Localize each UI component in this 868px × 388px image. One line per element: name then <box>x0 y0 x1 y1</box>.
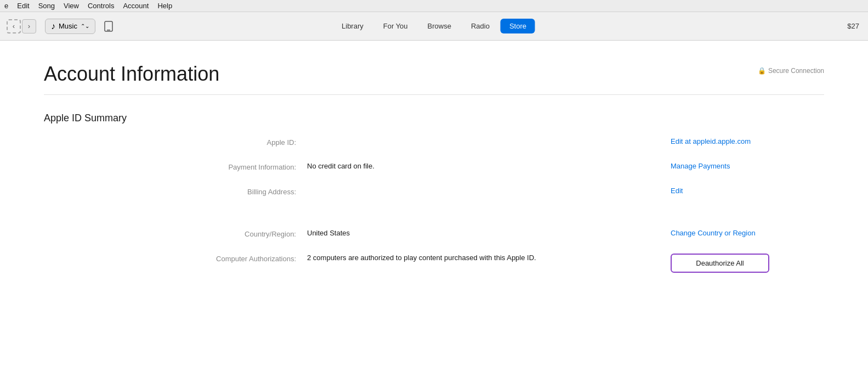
billing-label: Billing Address: <box>44 187 307 196</box>
tab-radio[interactable]: Radio <box>462 19 498 33</box>
country-label: Country/Region: <box>44 229 307 238</box>
country-row: Country/Region: United States Change Cou… <box>44 229 824 238</box>
apple-id-row: Apple ID: Edit at appleid.apple.com <box>44 137 824 147</box>
menu-item-edit[interactable]: Edit <box>17 2 29 10</box>
payment-label: Payment Information: <box>44 162 307 171</box>
main-content: Account Information 🔒 Secure Connection … <box>0 41 868 388</box>
page-header: Account Information 🔒 Secure Connection <box>44 63 824 86</box>
nav-buttons: ‹ › <box>7 19 36 33</box>
music-selector[interactable]: ♪ Music ⌃⌄ <box>45 19 95 34</box>
nav-tabs: Library For You Browse Radio Store <box>333 19 535 33</box>
chevron-icon: ⌃⌄ <box>81 23 89 29</box>
page-title: Account Information <box>44 63 219 86</box>
edit-billing-link[interactable]: Edit <box>671 187 824 195</box>
manage-payments-link[interactable]: Manage Payments <box>671 162 824 170</box>
back-button[interactable]: ‹ <box>7 19 21 33</box>
apple-id-label: Apple ID: <box>44 137 307 147</box>
tab-browse[interactable]: Browse <box>419 19 460 33</box>
menu-item-account[interactable]: Account <box>123 2 149 10</box>
section-title: Apple ID Summary <box>44 113 824 124</box>
device-button[interactable] <box>100 18 117 35</box>
computer-auth-value: 2 computers are authorized to play conte… <box>307 254 614 262</box>
music-note-icon: ♪ <box>51 21 55 31</box>
computer-auth-row: Computer Authorizations: 2 computers are… <box>44 254 824 273</box>
menu-item-song[interactable]: Song <box>38 2 55 10</box>
menu-item-view[interactable]: View <box>64 2 79 10</box>
tab-store[interactable]: Store <box>501 19 535 33</box>
secure-connection: 🔒 Secure Connection <box>758 67 824 75</box>
forward-button[interactable]: › <box>22 19 36 33</box>
lock-icon: 🔒 <box>758 67 766 75</box>
svg-rect-1 <box>107 30 110 31</box>
deauthorize-all-button[interactable]: Deauthorize All <box>671 254 769 273</box>
edit-apple-id-link[interactable]: Edit at appleid.apple.com <box>671 137 824 145</box>
tab-for-you[interactable]: For You <box>375 19 417 33</box>
deauthorize-action: Deauthorize All <box>671 254 824 273</box>
toolbar: ‹ › ♪ Music ⌃⌄ Library For You Browse Ra… <box>0 12 868 41</box>
menu-item-e[interactable]: e <box>4 2 8 10</box>
menu-item-controls[interactable]: Controls <box>88 2 114 10</box>
billing-row: Billing Address: Edit <box>44 187 824 196</box>
header-divider <box>44 94 824 95</box>
computer-auth-label: Computer Authorizations: <box>44 254 307 263</box>
menu-item-help[interactable]: Help <box>157 2 172 10</box>
payment-row: Payment Information: No credit card on f… <box>44 162 824 171</box>
music-label: Music <box>59 22 77 30</box>
tab-library[interactable]: Library <box>333 19 372 33</box>
balance-display: $27 <box>847 22 859 30</box>
menu-bar: e Edit Song View Controls Account Help <box>0 0 868 12</box>
payment-value: No credit card on file. <box>307 162 671 170</box>
change-country-link[interactable]: Change Country or Region <box>671 229 824 237</box>
secure-connection-label: Secure Connection <box>768 67 824 75</box>
country-value: United States <box>307 229 671 237</box>
